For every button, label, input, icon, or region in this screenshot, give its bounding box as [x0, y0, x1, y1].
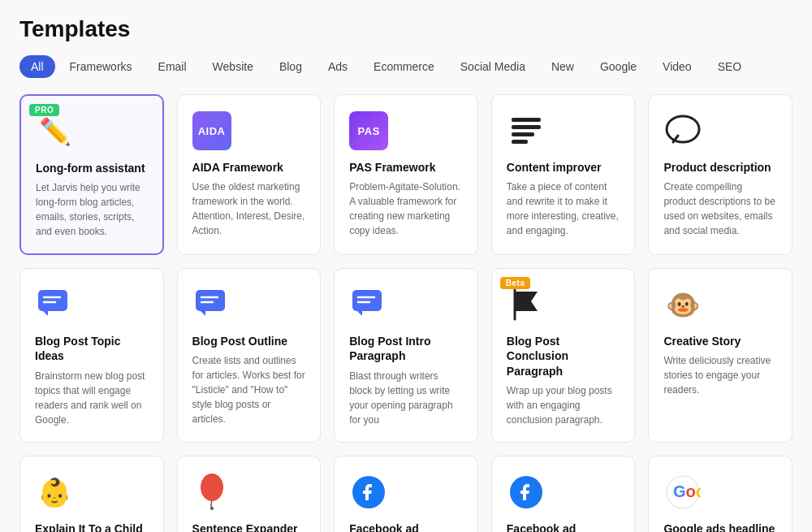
template-icon [192, 473, 231, 512]
template-icon [349, 473, 388, 512]
card-desc: Use the oldest marketing framework in th… [192, 179, 306, 238]
template-card-google-ads-headline[interactable]: Google Google ads headline Create high c… [648, 456, 793, 532]
tab-google[interactable]: Google [589, 55, 648, 78]
card-desc: Problem-Agitate-Solution. A valuable fra… [349, 179, 463, 238]
template-card-blog-post-outline[interactable]: Blog Post Outline Create lists and outli… [177, 268, 322, 443]
svg-point-12 [210, 507, 214, 510]
template-icon [192, 285, 231, 324]
card-title: Google ads headline [663, 521, 777, 532]
template-icon [507, 111, 546, 150]
card-desc: Wrap up your blog posts with an engaging… [507, 383, 620, 427]
tab-website[interactable]: Website [201, 55, 265, 78]
template-icon: 👶 [35, 473, 74, 512]
template-card-blog-post-intro-paragraph[interactable]: Blog Post Intro Paragraph Blast through … [334, 268, 478, 443]
svg-rect-1 [38, 290, 67, 311]
card-desc: Brainstorm new blog post topics that wil… [35, 369, 149, 427]
svg-rect-4 [196, 290, 225, 311]
template-icon: 🐵 [663, 285, 702, 324]
card-desc: Blast through writers block by letting u… [349, 369, 463, 427]
badge-beta: Beta [500, 277, 531, 289]
svg-point-11 [201, 474, 223, 501]
card-title: Blog Post Conclusion Paragraph [507, 334, 620, 378]
card-title: Long-form assistant [36, 161, 148, 175]
page-title: Templates [19, 16, 793, 42]
template-icon: ✏️ [36, 112, 75, 151]
badge-pro: PRO [29, 104, 59, 116]
card-title: Explain It To a Child [35, 521, 149, 532]
template-card-creative-story[interactable]: 🐵 Creative Story Write deliciously creat… [648, 268, 793, 443]
templates-grid: PRO ✏️ Long-form assistant Let Jarvis he… [19, 94, 793, 532]
card-title: Blog Post Outline [192, 334, 306, 348]
template-icon: PAS [349, 111, 388, 150]
tab-all[interactable]: All [19, 55, 55, 78]
tab-blog[interactable]: Blog [268, 55, 313, 78]
template-card-sentence-expander[interactable]: Sentence Expander Expand a short sentenc… [177, 456, 322, 532]
template-card-product-description[interactable]: Product description Create compelling pr… [648, 94, 793, 255]
card-title: Facebook ad primary text [507, 521, 620, 532]
template-card-long-form-assistant[interactable]: PRO ✏️ Long-form assistant Let Jarvis he… [19, 94, 164, 255]
template-icon [35, 285, 74, 324]
svg-text:Google: Google [673, 482, 701, 500]
card-desc: Take a piece of content and rewrite it t… [507, 179, 620, 238]
svg-rect-7 [352, 290, 382, 311]
card-title: Content improver [507, 160, 620, 175]
template-icon [507, 285, 546, 324]
tab-video[interactable]: Video [651, 55, 703, 78]
card-title: Sentence Expander [192, 521, 306, 532]
template-icon [663, 111, 702, 150]
template-card-explain-child[interactable]: 👶 Explain It To a Child Rephrase text to… [19, 456, 164, 532]
card-title: Facebook ad headline [349, 521, 463, 532]
template-card-blog-post-topic-ideas[interactable]: Blog Post Topic Ideas Brainstorm new blo… [19, 268, 164, 443]
card-desc: Let Jarvis help you write long-form blog… [36, 180, 148, 239]
tab-social-media[interactable]: Social Media [449, 55, 537, 78]
template-card-aida-framework[interactable]: AIDA AIDA Framework Use the oldest marke… [177, 94, 322, 255]
card-title: Product description [663, 160, 777, 175]
card-desc: Create lists and outlines for articles. … [192, 353, 306, 426]
template-icon: AIDA [192, 111, 231, 150]
card-title: Blog Post Topic Ideas [35, 334, 149, 363]
template-card-pas-framework[interactable]: PAS PAS Framework Problem-Agitate-Soluti… [334, 94, 478, 255]
tab-ads[interactable]: Ads [317, 55, 359, 78]
card-title: Creative Story [663, 334, 777, 348]
card-desc: Write deliciously creative stories to en… [663, 353, 777, 397]
card-title: Blog Post Intro Paragraph [349, 334, 463, 363]
template-card-blog-post-conclusion-paragraph[interactable]: Beta Blog Post Conclusion Paragraph Wrap… [491, 268, 636, 443]
tab-email[interactable]: Email [147, 55, 198, 78]
card-title: PAS Framework [349, 160, 463, 175]
template-icon [507, 473, 546, 512]
template-icon [349, 285, 388, 324]
tab-frameworks[interactable]: Frameworks [58, 55, 144, 78]
card-desc: Create compelling product descriptions t… [663, 179, 777, 238]
template-card-facebook-ad-primary-text[interactable]: Facebook ad primary text [491, 456, 636, 532]
tab-seo[interactable]: SEO [706, 55, 754, 78]
card-title: AIDA Framework [192, 160, 306, 175]
svg-point-0 [667, 116, 699, 142]
tab-bar: AllFrameworksEmailWebsiteBlogAdsEcommerc… [19, 55, 793, 78]
template-icon: Google [663, 473, 702, 512]
tab-new[interactable]: New [540, 55, 585, 78]
tab-ecommerce[interactable]: Ecommerce [362, 55, 446, 78]
template-card-facebook-ad-headline[interactable]: Facebook ad headline Generate scroll-sto… [334, 456, 478, 532]
template-card-content-improver[interactable]: Content improver Take a piece of content… [491, 94, 636, 255]
